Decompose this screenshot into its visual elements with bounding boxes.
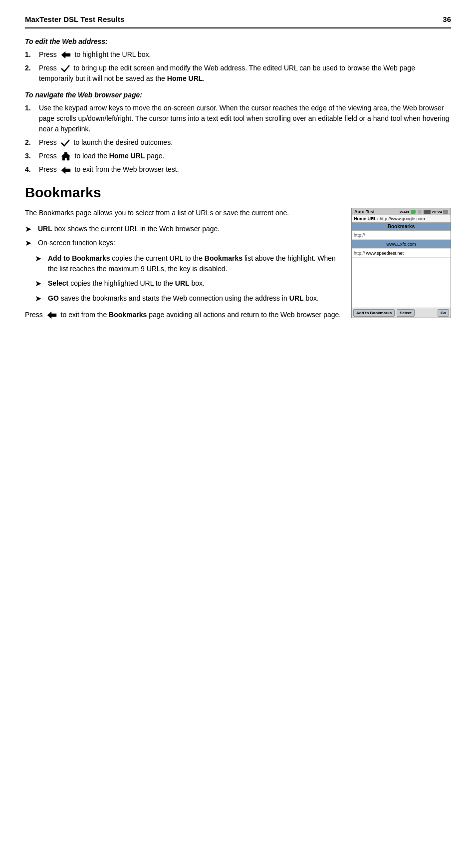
bookmarks-heading: Bookmarks <box>25 185 451 201</box>
step-num-1: 1. <box>25 49 39 60</box>
device-bookmarks-header: Bookmarks <box>352 223 451 231</box>
arrow-icon-3: ➤ <box>35 253 46 264</box>
nav-step-3-content: Press to load the Home URL page. <box>39 151 451 161</box>
edit-web-address-heading: To edit the Web address: <box>25 37 451 45</box>
signal-icon <box>418 210 422 214</box>
bullet-url: ➤ URL box shows the current URL in the W… <box>25 224 341 235</box>
svg-marker-3 <box>61 167 70 174</box>
device-bookmark-row-3: http:// www.speedtest.net <box>352 249 451 258</box>
svg-rect-2 <box>64 152 67 154</box>
svg-marker-4 <box>47 312 56 319</box>
step-num-2: 2. <box>25 63 39 73</box>
page-header: MaxTester DSL Test Results 36 <box>25 15 451 28</box>
device-bookmark-row-1: http:// <box>352 231 451 240</box>
nav-step-1: 1. Use the keypad arrow keys to move the… <box>25 103 451 134</box>
device-empty-area <box>352 258 451 308</box>
device-bottom-bar: Add to Bookmarks Select Go <box>352 308 451 318</box>
nav-step-3: 3. Press to load the Home URL page. <box>25 151 451 161</box>
sub-bullet-list: ➤ Add to Bookmarks copies the current UR… <box>35 253 341 305</box>
bullet-function-keys-text: On-screen function keys: <box>38 238 115 248</box>
bookmark-prefix-3: http:// <box>354 251 365 256</box>
device-url-label: Home URL: <box>354 216 378 221</box>
edit-step-1: 1. Press to highlight the URL box. <box>25 49 451 60</box>
home-url-bold-1: Home URL <box>167 74 203 82</box>
battery-icon <box>424 210 431 214</box>
wan-status-icon <box>411 210 416 214</box>
check-icon-2 <box>60 138 70 147</box>
bullet-url-text: URL box shows the current URL in the Web… <box>38 224 220 234</box>
press-back-bookmarks: Press to exit from the Bookmarks page av… <box>25 310 341 321</box>
back-icon-3 <box>46 311 57 320</box>
device-url-bar: Home URL: http://www.google.com <box>352 215 451 223</box>
nav-step-2-content: Press to launch the desired outcomes. <box>39 137 451 148</box>
page: MaxTester DSL Test Results 36 To edit th… <box>0 0 476 868</box>
home-url-bold-2: Home URL <box>109 152 145 160</box>
sub-bullet-add-text: Add to Bookmarks copies the current URL … <box>48 253 341 274</box>
device-top-bar: Auto Test WAN 20:24 <box>352 208 451 215</box>
device-go-btn[interactable]: Go <box>438 309 449 317</box>
bookmarks-intro: The Bookmarks page allows you to select … <box>25 208 341 219</box>
bullet-function-keys: ➤ On-screen function keys: <box>25 238 341 249</box>
arrow-icon-1: ➤ <box>25 224 36 235</box>
svg-marker-0 <box>61 51 70 58</box>
device-url-value: http://www.google.com <box>380 216 425 221</box>
device-screenshot: Auto Test WAN 20:24 Home URL: http://www… <box>351 208 451 318</box>
bookmark-prefix-1: http:// <box>354 233 365 238</box>
device-select-btn[interactable]: Select <box>397 309 415 317</box>
edit-step-2: 2. Press to bring up the edit screen and… <box>25 63 451 84</box>
navigate-web-heading: To navigate the Web browser page: <box>25 91 451 99</box>
device-add-bookmarks-btn[interactable]: Add to Bookmarks <box>353 309 395 317</box>
nav-step-num-4: 4. <box>25 164 39 175</box>
nav-step-4-content: Press to exit from the Web browser test. <box>39 164 451 175</box>
edit-step-1-content: Press to highlight the URL box. <box>39 49 451 60</box>
nav-step-num-3: 3. <box>25 151 39 161</box>
back-icon-1 <box>60 50 71 59</box>
sub-bullet-select-text: Select copies the highlighted URL to the… <box>48 278 205 289</box>
device-status-icons: WAN 20:24 <box>400 210 448 214</box>
nav-step-num-1: 1. <box>25 103 39 113</box>
header-title: MaxTester DSL Test Results <box>25 15 124 23</box>
nav-step-1-content: Use the keypad arrow keys to move the on… <box>39 103 451 134</box>
device-bookmark-row-2: www.Exfo.com <box>352 240 451 249</box>
check-icon-1 <box>60 64 70 73</box>
bookmarks-text-column: The Bookmarks page allows you to select … <box>25 208 341 320</box>
edit-web-address-section: To edit the Web address: 1. Press to hig… <box>25 37 451 84</box>
bookmarks-section: Bookmarks The Bookmarks page allows you … <box>25 185 451 320</box>
arrow-icon-5: ➤ <box>35 293 46 304</box>
nav-step-4: 4. Press to exit from the Web browser te… <box>25 164 451 175</box>
device-title: Auto Test <box>354 209 375 214</box>
edit-web-address-list: 1. Press to highlight the URL box. 2. Pr… <box>25 49 451 84</box>
wan-label: WAN <box>400 210 409 214</box>
header-page-number: 36 <box>443 15 451 23</box>
arrow-icon-4: ➤ <box>35 278 46 289</box>
navigate-web-list: 1. Use the keypad arrow keys to move the… <box>25 103 451 175</box>
sub-bullet-go: ➤ GO saves the bookmarks and starts the … <box>35 293 341 304</box>
navigate-web-section: To navigate the Web browser page: 1. Use… <box>25 91 451 175</box>
sub-bullet-select: ➤ Select copies the highlighted URL to t… <box>35 278 341 289</box>
arrow-icon-2: ➤ <box>25 238 36 249</box>
bookmarks-content: The Bookmarks page allows you to select … <box>25 208 451 320</box>
device-time: 20:24 <box>432 210 442 214</box>
nav-step-num-2: 2. <box>25 137 39 148</box>
edit-step-2-content: Press to bring up the edit screen and mo… <box>39 63 451 84</box>
bookmarks-bullet-list: ➤ URL box shows the current URL in the W… <box>25 224 341 249</box>
home-icon-1 <box>60 151 71 161</box>
signal-bars-icon <box>443 210 448 214</box>
back-icon-2 <box>60 166 71 175</box>
sub-bullet-go-text: GO saves the bookmarks and starts the We… <box>48 293 319 304</box>
bookmark-url-2: www.Exfo.com <box>354 242 449 247</box>
sub-bullet-add: ➤ Add to Bookmarks copies the current UR… <box>35 253 341 274</box>
bookmark-url-3: www.speedtest.net <box>366 251 404 256</box>
nav-step-2: 2. Press to launch the desired outcomes. <box>25 137 451 148</box>
